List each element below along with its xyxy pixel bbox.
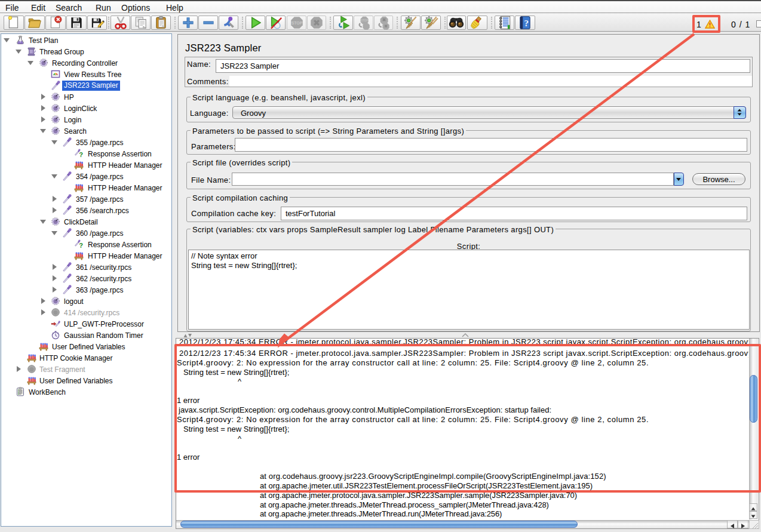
svg-text:?: ? [79,151,83,158]
svg-text:?: ? [79,242,83,249]
svg-text:STOP: STOP [291,21,302,25]
svg-text:STOP: STOP [360,19,368,22]
svg-text:?: ? [524,18,529,28]
